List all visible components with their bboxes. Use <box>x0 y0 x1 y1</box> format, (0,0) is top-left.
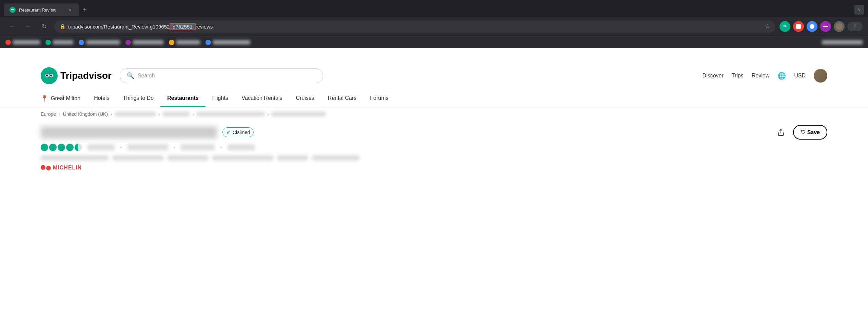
breadcrumb-item-3 <box>115 112 156 116</box>
new-tab-button[interactable]: + <box>80 5 90 15</box>
user-avatar[interactable] <box>814 69 827 83</box>
bookmark-6[interactable] <box>205 40 250 45</box>
breadcrumb-arrow-2: › <box>111 111 112 117</box>
detail-5 <box>277 155 308 161</box>
bookmark-5[interactable] <box>169 40 200 45</box>
browser-chrome: Restaurant Review × + ∨ ← → ↻ 🔒 tripadvi… <box>0 0 868 48</box>
subnav-flights[interactable]: Flights <box>205 90 235 107</box>
rating-circle-3 <box>58 144 65 151</box>
bookmark-favicon-6 <box>205 40 211 45</box>
breadcrumb-arrow-5: › <box>267 111 269 117</box>
extension-icon-3[interactable] <box>807 21 817 32</box>
bookmark-3[interactable] <box>79 40 120 45</box>
bookmark-2[interactable] <box>45 40 73 45</box>
breadcrumb-europe[interactable]: Europe <box>41 111 56 117</box>
rating-circle-2 <box>49 144 57 151</box>
bookmark-favicon-3 <box>79 40 84 45</box>
nav-review[interactable]: Review <box>752 73 769 79</box>
extension-icon-1[interactable] <box>780 21 790 32</box>
breadcrumb: Europe › United Kingdom (UK) › › › › <box>0 107 868 121</box>
breadcrumb-arrow-1: › <box>59 111 60 117</box>
claimed-badge: ✔ Claimed <box>222 127 254 137</box>
rating-circles <box>41 144 82 151</box>
subnav-cruises[interactable]: Cruises <box>289 90 321 107</box>
subnav-location[interactable]: 📍 Great Milton <box>41 90 87 107</box>
bookmark-favicon-5 <box>169 40 174 45</box>
reviews-count <box>87 144 115 150</box>
michelin-text: MICHELIN <box>53 165 82 171</box>
browser-toolbar-right: ⋮ <box>780 21 863 32</box>
restaurant-header: ✔ Claimed ♡ Save <box>41 125 827 140</box>
breadcrumb-arrow-3: › <box>158 111 160 117</box>
bookmark-favicon-1 <box>5 40 11 45</box>
claimed-label: Claimed <box>233 130 250 135</box>
globe-icon[interactable]: 🌐 <box>777 72 786 80</box>
svg-point-10 <box>51 75 52 75</box>
location-icon: 📍 <box>41 95 48 102</box>
back-button[interactable]: ← <box>5 20 18 33</box>
profile-button[interactable] <box>834 21 845 32</box>
cuisine-type <box>228 144 255 150</box>
browser-action-button[interactable]: ⋮ <box>847 22 863 31</box>
extension-icon-4[interactable] <box>820 21 831 32</box>
bookmark-label-1 <box>13 40 40 44</box>
logo-text: Tripadvisor <box>60 70 112 81</box>
bookmarks-right <box>822 40 863 44</box>
subnav-rental-cars[interactable]: Rental Cars <box>321 90 363 107</box>
share-button[interactable] <box>774 126 788 139</box>
active-tab[interactable]: Restaurant Review × <box>4 3 79 16</box>
svg-point-9 <box>47 75 48 75</box>
restaurant-section: ✔ Claimed ♡ Save <box>0 121 868 175</box>
refresh-button[interactable]: ↻ <box>38 20 50 33</box>
extension-icon-2[interactable] <box>793 21 804 32</box>
nav-discover[interactable]: Discover <box>703 73 724 79</box>
bookmark-4[interactable] <box>125 40 163 45</box>
search-input[interactable]: Search <box>138 73 155 79</box>
restaurant-actions: ♡ Save <box>774 125 827 140</box>
tab-bar-right: ∨ <box>854 5 864 15</box>
rating-row: • • • <box>41 144 827 151</box>
tab-title: Restaurant Review <box>19 7 63 13</box>
nav-trips[interactable]: Trips <box>732 73 744 79</box>
restaurant-type <box>127 144 168 150</box>
bookmark-label-3 <box>86 40 120 44</box>
site-header: Tripadvisor 🔍 Search Discover Trips Revi… <box>0 62 868 90</box>
price-range <box>181 144 215 150</box>
tab-bar: Restaurant Review × + ∨ <box>0 0 868 17</box>
address-bar[interactable]: 🔒 tripadvisor.com/Restaurant_Review-g109… <box>54 20 775 33</box>
rating-circle-5 <box>75 144 82 151</box>
url-highlighted-segment: -d752551- <box>170 23 195 30</box>
subnav-vacation-rentals[interactable]: Vacation Rentals <box>235 90 289 107</box>
search-bar[interactable]: 🔍 Search <box>120 68 323 83</box>
bookmark-1[interactable] <box>5 40 40 45</box>
browser-menu-area: ⋮ <box>847 22 863 31</box>
tripadvisor-logo-icon <box>41 67 58 84</box>
svg-point-4 <box>43 70 55 82</box>
save-button[interactable]: ♡ Save <box>793 125 827 140</box>
subnav-forums[interactable]: Forums <box>363 90 395 107</box>
detail-4 <box>212 155 273 161</box>
breadcrumb-arrow-4: › <box>192 111 194 117</box>
bookmark-star-icon[interactable]: ☆ <box>765 23 770 30</box>
logo-area[interactable]: Tripadvisor <box>41 67 112 84</box>
detail-6 <box>312 155 359 161</box>
subnav-hotels[interactable]: Hotels <box>87 90 116 107</box>
bookmark-favicon-2 <box>45 40 51 45</box>
tab-favicon <box>9 7 16 13</box>
sub-nav: 📍 Great Milton Hotels Things to Do Resta… <box>0 90 868 107</box>
tab-close-button[interactable]: × <box>66 6 73 13</box>
tab-expand-button[interactable]: ∨ <box>854 5 864 15</box>
detail-3 <box>167 155 208 161</box>
rating-circle-1 <box>41 144 48 151</box>
subnav-things-to-do[interactable]: Things to Do <box>116 90 161 107</box>
breadcrumb-item-4 <box>162 112 190 116</box>
currency-selector[interactable]: USD <box>794 73 806 79</box>
forward-button[interactable]: → <box>22 20 34 33</box>
breadcrumb-uk[interactable]: United Kingdom (UK) <box>63 111 108 117</box>
detail-1 <box>41 155 108 161</box>
breadcrumb-item-5 <box>197 112 264 116</box>
subnav-restaurants[interactable]: Restaurants <box>160 90 205 107</box>
address-bar-row: ← → ↻ 🔒 tripadvisor.com/Restaurant_Revie… <box>0 17 868 36</box>
bookmark-label-2 <box>53 40 73 44</box>
bookmark-favicon-4 <box>125 40 131 45</box>
